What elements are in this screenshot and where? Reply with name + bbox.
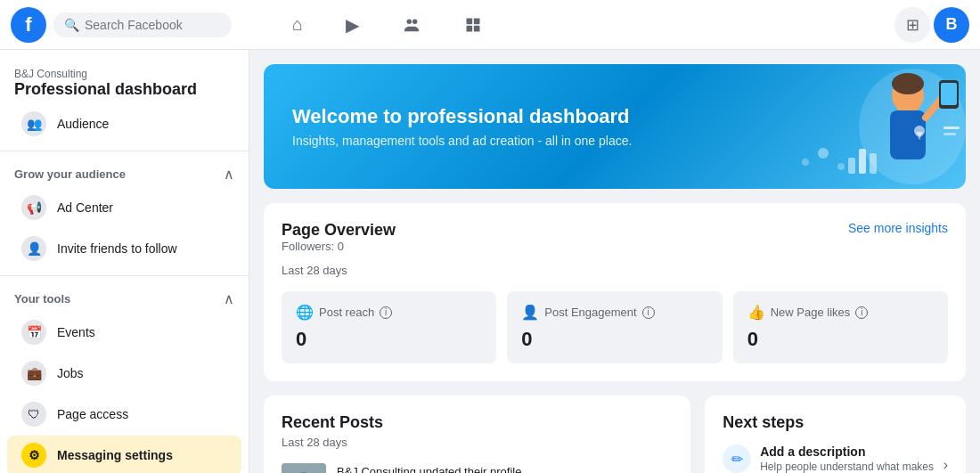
svg-point-0	[407, 19, 412, 23]
ad-center-icon: 📢	[21, 195, 46, 220]
svg-point-14	[818, 148, 829, 159]
post-reach-info-icon[interactable]: i	[380, 306, 392, 319]
sidebar-item-page-access[interactable]: 🛡 Page access	[7, 395, 241, 434]
followers-count: Followers: 0	[282, 240, 396, 253]
svg-rect-5	[474, 25, 480, 31]
svg-rect-24	[282, 463, 326, 473]
next-steps: Next steps ✏ Add a description Help peop…	[705, 396, 966, 473]
your-tools-toggle[interactable]: ∧	[224, 290, 234, 307]
right-panel: Next steps ✏ Add a description Help peop…	[705, 396, 966, 473]
your-tools-label: Your tools	[14, 292, 70, 306]
add-description-text: Add a description Help people understand…	[760, 444, 934, 473]
recent-posts: Recent Posts Last 28 days B&J Consulting…	[264, 396, 690, 473]
svg-rect-23	[943, 133, 956, 135]
recent-posts-period: Last 28 days	[282, 436, 673, 449]
grow-audience-toggle[interactable]: ∧	[224, 166, 234, 183]
nav-right-icons: ⊞ B	[894, 7, 969, 43]
add-description-chevron: ›	[943, 457, 948, 473]
post-engagement-value: 0	[521, 328, 707, 351]
sidebar-item-ad-center[interactable]: 📢 Ad Center	[7, 188, 241, 227]
post-engagement-icon: 👤	[521, 304, 539, 321]
grow-audience-label: Grow your audience	[14, 167, 126, 181]
invite-friends-icon: 👤	[21, 236, 46, 261]
video-nav-button[interactable]: ▶	[328, 7, 377, 43]
messaging-settings-icon: ⚙	[21, 443, 46, 468]
sidebar-item-events[interactable]: 📅 Events	[7, 313, 241, 352]
post-reach-label: Post reach	[319, 306, 374, 319]
nav-center: ⌂ ▶	[274, 7, 500, 43]
svg-rect-13	[941, 83, 957, 105]
welcome-banner: Welcome to professional dashboard Insigh…	[264, 64, 966, 189]
sidebar-item-jobs[interactable]: 💼 Jobs	[7, 354, 241, 393]
post-item: B&J Consulting updated their profile pic…	[282, 463, 673, 473]
page-overview: Page Overview Followers: 0 Last 28 days …	[264, 203, 966, 381]
svg-rect-3	[474, 18, 480, 24]
post-reach-icon: 🌐	[296, 304, 314, 321]
grid-menu-button[interactable]: ⊞	[894, 7, 930, 43]
svg-point-8	[892, 73, 924, 94]
sidebar-item-audience[interactable]: 👥 Audience	[7, 104, 241, 143]
your-tools-section: Your tools ∧	[0, 283, 249, 311]
post-info: B&J Consulting updated their profile pic…	[337, 465, 536, 473]
events-icon: 📅	[21, 320, 46, 345]
svg-point-15	[837, 163, 845, 170]
marketplace-nav-button[interactable]	[446, 7, 500, 43]
metrics-row: 🌐 Post reach i 0 👤 Post Engagement i 0	[282, 291, 948, 363]
groups-nav-button[interactable]	[384, 7, 439, 43]
top-nav: f 🔍 ⌂ ▶ ⊞ B	[0, 0, 980, 50]
period-label: Last 28 days	[282, 264, 396, 277]
svg-rect-22	[943, 126, 960, 129]
sidebar-item-invite-friends[interactable]: 👤 Invite friends to follow	[7, 229, 241, 268]
search-input[interactable]	[85, 18, 221, 32]
metric-post-engagement: 👤 Post Engagement i 0	[507, 291, 722, 363]
svg-rect-4	[467, 25, 473, 31]
grow-audience-section: Grow your audience ∧	[0, 159, 249, 186]
page-access-icon: 🛡	[21, 402, 46, 427]
search-icon: 🔍	[64, 18, 79, 32]
new-page-likes-label: New Page likes	[771, 306, 851, 319]
next-steps-title: Next steps	[723, 413, 948, 432]
add-description-icon: ✏	[723, 444, 751, 473]
page-overview-title: Page Overview	[282, 221, 396, 240]
svg-rect-18	[859, 149, 866, 174]
sidebar: B&J Consulting Professional dashboard 👥 …	[0, 50, 249, 473]
profile-button[interactable]: B	[934, 7, 969, 43]
add-description-desc: Help people understand what makes you gr…	[760, 461, 934, 473]
see-more-insights-button[interactable]: See more insights	[848, 221, 948, 235]
new-page-likes-icon: 👍	[747, 304, 765, 321]
search-bar[interactable]: 🔍	[53, 12, 232, 37]
main-content: Welcome to professional dashboard Insigh…	[249, 50, 980, 473]
post-description: B&J Consulting updated their profile pic…	[337, 465, 536, 473]
dashboard-title: Professional dashboard	[14, 80, 234, 99]
welcome-text: Welcome to professional dashboard Insigh…	[292, 105, 632, 148]
sidebar-item-messaging-settings[interactable]: ⚙ Messaging settings	[7, 436, 241, 473]
divider-2	[0, 275, 249, 276]
post-engagement-info-icon[interactable]: i	[642, 306, 655, 319]
org-info: B&J Consulting Professional dashboard	[0, 61, 249, 102]
facebook-logo: f	[11, 7, 46, 43]
new-page-likes-value: 0	[747, 328, 934, 351]
welcome-subtitle: Insights, management tools and ad creati…	[292, 134, 632, 148]
post-engagement-label: Post Engagement	[544, 306, 636, 319]
svg-rect-2	[467, 18, 473, 24]
welcome-illustration	[734, 64, 966, 189]
page-overview-header: Page Overview Followers: 0 Last 28 days …	[282, 221, 948, 288]
divider	[0, 151, 249, 151]
new-page-likes-info-icon[interactable]: i	[855, 306, 868, 319]
audience-icon: 👥	[21, 111, 46, 136]
recent-posts-title: Recent Posts	[282, 413, 673, 432]
svg-rect-19	[870, 153, 877, 174]
post-thumbnail	[282, 463, 326, 473]
metric-post-reach: 🌐 Post reach i 0	[282, 291, 496, 363]
svg-rect-17	[848, 158, 855, 174]
svg-point-16	[802, 159, 809, 166]
welcome-title: Welcome to professional dashboard	[292, 105, 632, 128]
org-name: B&J Consulting	[14, 68, 234, 80]
add-description-title: Add a description	[760, 444, 934, 459]
jobs-icon: 💼	[21, 361, 46, 386]
metric-new-page-likes: 👍 New Page likes i 0	[733, 291, 948, 363]
svg-point-1	[412, 19, 418, 23]
next-step-add-description[interactable]: ✏ Add a description Help people understa…	[723, 436, 948, 473]
home-nav-button[interactable]: ⌂	[274, 7, 321, 43]
post-reach-value: 0	[296, 328, 482, 351]
